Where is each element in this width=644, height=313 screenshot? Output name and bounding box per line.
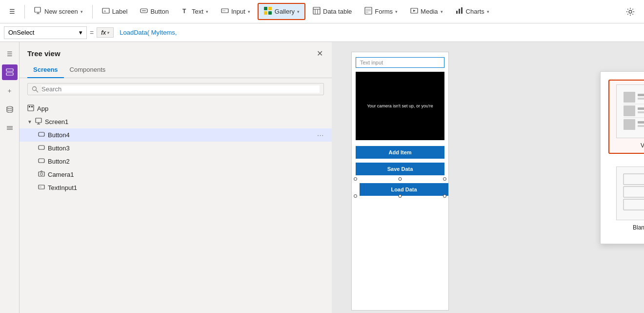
load-btn-container: Load Data bbox=[356, 179, 444, 196]
svg-rect-52 bbox=[624, 105, 635, 116]
handle-bl[interactable] bbox=[354, 194, 357, 198]
tree-header: Tree view ✕ bbox=[20, 42, 332, 63]
divider-2 bbox=[92, 5, 93, 19]
text-icon: T bbox=[181, 7, 189, 16]
formula-fx-label: fx bbox=[101, 29, 106, 36]
handle-bm[interactable] bbox=[399, 194, 402, 198]
app-icon bbox=[27, 104, 34, 113]
text-input-bar[interactable]: Text input bbox=[356, 57, 444, 68]
gallery-thumb-blank-vertical bbox=[616, 167, 644, 220]
main-layout: ☰ ＋ Tree view ✕ Screens Components bbox=[0, 42, 644, 313]
datatable-button[interactable]: Data table bbox=[307, 4, 357, 19]
forms-icon bbox=[364, 7, 372, 16]
sidebar-icon-tools[interactable] bbox=[2, 120, 18, 136]
media-label: Media bbox=[421, 8, 438, 15]
handle-tm[interactable] bbox=[399, 177, 402, 181]
tree-item-button3-label: Button3 bbox=[48, 145, 70, 152]
handle-br[interactable] bbox=[443, 194, 446, 198]
canvas-area: Text input Your camera isn't set up, or … bbox=[332, 42, 644, 313]
formula-select-value: OnSelect bbox=[8, 29, 34, 36]
handle-tr[interactable] bbox=[443, 177, 446, 181]
svg-rect-27 bbox=[6, 73, 13, 75]
divider-1 bbox=[24, 5, 25, 19]
text-input-placeholder: Text input bbox=[360, 60, 383, 65]
hamburger-menu[interactable]: ☰ bbox=[4, 5, 20, 18]
formula-input[interactable]: LoadData( MyItems, bbox=[117, 29, 640, 36]
svg-rect-54 bbox=[638, 111, 644, 113]
tree-title: Tree view bbox=[27, 49, 60, 58]
new-screen-icon bbox=[34, 7, 42, 16]
screen-icon bbox=[35, 118, 42, 126]
svg-rect-89 bbox=[624, 187, 644, 197]
sidebar-icon-tree[interactable] bbox=[2, 64, 18, 80]
sidebar-icons: ☰ ＋ bbox=[0, 42, 20, 313]
new-screen-button[interactable]: New screen ▾ bbox=[29, 4, 88, 19]
gallery-label: Gallery bbox=[275, 8, 295, 15]
search-input[interactable] bbox=[41, 85, 320, 93]
input-button[interactable]: Input ▾ bbox=[216, 4, 256, 19]
svg-rect-10 bbox=[264, 11, 267, 15]
svg-text:A: A bbox=[104, 10, 106, 13]
svg-text:T: T bbox=[182, 8, 186, 15]
charts-button[interactable]: Charts ▾ bbox=[450, 4, 495, 19]
tree-close-button[interactable]: ✕ bbox=[316, 48, 324, 59]
tree-item-camera1[interactable]: Camera1 bbox=[20, 168, 332, 181]
tree-item-textinput1[interactable]: TextInput1 bbox=[20, 181, 332, 194]
tree-items: App ▼ Screen1 Button4 ··· bbox=[20, 100, 332, 313]
tools-icon bbox=[6, 124, 14, 132]
formula-fx-button[interactable]: fx ▾ bbox=[97, 27, 114, 38]
search-icon bbox=[32, 86, 39, 93]
sidebar-icon-menu[interactable]: ☰ bbox=[2, 46, 18, 62]
svg-rect-43 bbox=[39, 172, 44, 176]
svg-rect-24 bbox=[461, 7, 463, 14]
tab-components[interactable]: Components bbox=[64, 63, 112, 78]
media-icon bbox=[410, 7, 418, 16]
label-icon: A bbox=[102, 7, 110, 16]
settings-icon bbox=[626, 7, 635, 16]
gallery-button[interactable]: Gallery ▾ bbox=[258, 3, 305, 20]
input-label: Input bbox=[231, 8, 245, 15]
formula-equals: = bbox=[90, 29, 94, 37]
sidebar-icon-db[interactable] bbox=[2, 102, 18, 117]
svg-point-28 bbox=[7, 106, 13, 108]
add-item-button[interactable]: Add Item bbox=[356, 146, 444, 159]
sidebar-icon-add[interactable]: ＋ bbox=[2, 83, 18, 99]
svg-rect-58 bbox=[638, 121, 644, 124]
gallery-card-vertical[interactable]: Vertical bbox=[608, 80, 644, 154]
new-screen-chevron: ▾ bbox=[80, 9, 83, 14]
svg-rect-40 bbox=[39, 132, 44, 136]
tab-screens[interactable]: Screens bbox=[27, 63, 64, 78]
load-data-button[interactable]: Load Data bbox=[360, 183, 448, 196]
tree-item-app[interactable]: App bbox=[20, 102, 332, 115]
svg-rect-49 bbox=[638, 98, 644, 100]
forms-button[interactable]: Forms ▾ bbox=[359, 4, 403, 19]
settings-button[interactable] bbox=[621, 4, 640, 19]
datatable-label: Data table bbox=[323, 8, 352, 15]
label-label: Label bbox=[112, 8, 128, 15]
svg-rect-90 bbox=[624, 199, 644, 210]
save-data-button[interactable]: Save Data bbox=[356, 163, 444, 175]
gallery-label-blank-vertical: Blank vertical bbox=[633, 224, 644, 231]
button-button[interactable]: Button bbox=[135, 4, 174, 19]
handle-tl[interactable] bbox=[354, 177, 357, 181]
svg-point-32 bbox=[33, 86, 37, 90]
tree-item-button4[interactable]: Button4 ··· bbox=[20, 128, 332, 142]
gallery-dropdown: Vertical bbox=[600, 71, 644, 244]
gallery-card-blank-vertical[interactable]: Blank vertical bbox=[608, 162, 644, 236]
label-button[interactable]: A Label bbox=[97, 4, 133, 19]
text-label: Text bbox=[192, 8, 203, 15]
formula-select-chevron: ▾ bbox=[79, 29, 82, 36]
tree-item-button3[interactable]: Button3 bbox=[20, 142, 332, 155]
tree-item-button2[interactable]: Button2 bbox=[20, 155, 332, 168]
charts-label: Charts bbox=[466, 8, 484, 15]
screen1-expand-icon: ▼ bbox=[27, 119, 32, 125]
button4-more-button[interactable]: ··· bbox=[317, 131, 324, 139]
media-button[interactable]: Media ▾ bbox=[405, 4, 448, 19]
svg-rect-12 bbox=[313, 7, 320, 14]
input-chevron: ▾ bbox=[248, 9, 250, 14]
formula-fx-chevron: ▾ bbox=[107, 30, 109, 35]
tree-item-camera1-label: Camera1 bbox=[48, 171, 74, 178]
text-button[interactable]: T Text ▾ bbox=[176, 4, 214, 19]
formula-select[interactable]: OnSelect ▾ bbox=[4, 26, 87, 39]
tree-item-screen1[interactable]: ▼ Screen1 bbox=[20, 115, 332, 128]
